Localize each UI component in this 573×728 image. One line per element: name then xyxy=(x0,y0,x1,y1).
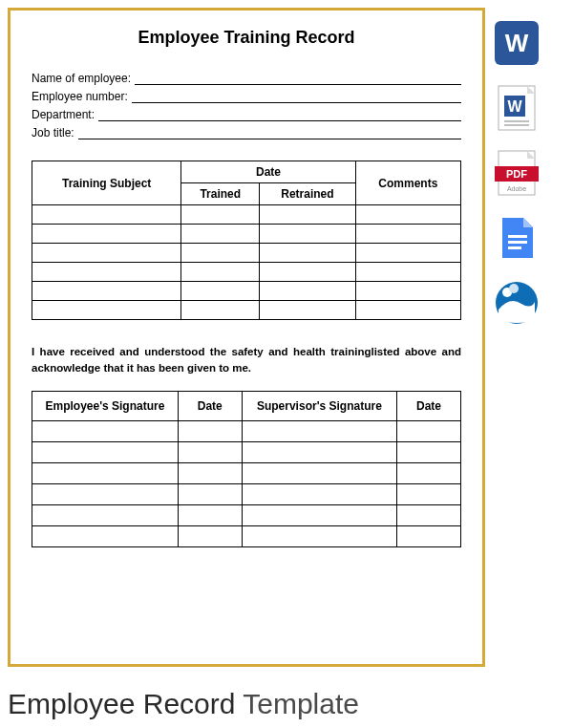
signature-row[interactable] xyxy=(32,483,461,504)
training-cell[interactable] xyxy=(32,263,181,282)
th-date1: Date xyxy=(178,391,242,420)
signature-cell[interactable] xyxy=(242,462,396,483)
field-department: Department: xyxy=(32,108,461,121)
signature-row[interactable] xyxy=(32,441,461,462)
signature-cell[interactable] xyxy=(397,483,461,504)
signature-cell[interactable] xyxy=(397,420,461,441)
training-cell[interactable] xyxy=(181,263,260,282)
training-cell[interactable] xyxy=(181,225,260,244)
svg-text:PDF: PDF xyxy=(506,168,527,180)
th-date2: Date xyxy=(397,391,461,420)
signature-cell[interactable] xyxy=(242,525,396,546)
label-number: Employee number: xyxy=(32,90,132,103)
signature-cell[interactable] xyxy=(178,462,242,483)
training-cell[interactable] xyxy=(181,282,260,301)
signature-cell[interactable] xyxy=(242,504,396,525)
th-date: Date xyxy=(181,161,355,183)
signature-cell[interactable] xyxy=(242,441,396,462)
word-icon[interactable]: W xyxy=(493,19,541,67)
training-cell[interactable] xyxy=(355,282,460,301)
svg-rect-15 xyxy=(508,241,527,244)
training-cell[interactable] xyxy=(32,282,181,301)
th-trained: Trained xyxy=(181,183,260,205)
signature-row[interactable] xyxy=(32,462,461,483)
signature-cell[interactable] xyxy=(397,441,461,462)
training-cell[interactable] xyxy=(355,205,460,225)
training-cell[interactable] xyxy=(355,225,460,244)
signature-cell[interactable] xyxy=(178,525,242,546)
signature-cell[interactable] xyxy=(32,462,179,483)
training-cell[interactable] xyxy=(260,282,355,301)
training-cell[interactable] xyxy=(32,225,181,244)
openoffice-icon[interactable] xyxy=(493,279,541,327)
label-department: Department: xyxy=(32,108,98,121)
signature-cell[interactable] xyxy=(178,441,242,462)
signature-cell[interactable] xyxy=(397,525,461,546)
training-cell[interactable] xyxy=(355,301,460,320)
word-alt-icon[interactable]: W xyxy=(493,84,541,132)
training-cell[interactable] xyxy=(181,205,260,225)
th-emp-sig: Employee's Signature xyxy=(32,391,179,420)
signature-cell[interactable] xyxy=(32,525,179,546)
signature-row[interactable] xyxy=(32,504,461,525)
training-cell[interactable] xyxy=(32,244,181,263)
th-subject: Training Subject xyxy=(32,161,181,205)
th-sup-sig: Supervisor's Signature xyxy=(242,391,396,420)
training-cell[interactable] xyxy=(260,244,355,263)
signature-cell[interactable] xyxy=(32,420,179,441)
svg-text:Adobe: Adobe xyxy=(507,185,526,192)
training-cell[interactable] xyxy=(32,301,181,320)
th-retrained: Retrained xyxy=(260,183,355,205)
google-doc-icon[interactable] xyxy=(493,214,541,262)
svg-marker-13 xyxy=(523,218,533,227)
signature-cell[interactable] xyxy=(178,483,242,504)
training-row[interactable] xyxy=(32,301,461,320)
document-title: Employee Training Record xyxy=(32,28,461,48)
svg-rect-6 xyxy=(504,120,529,122)
training-cell[interactable] xyxy=(260,225,355,244)
svg-rect-16 xyxy=(508,246,521,249)
field-jobtitle: Job title: xyxy=(32,126,461,139)
training-row[interactable] xyxy=(32,205,461,225)
training-cell[interactable] xyxy=(260,263,355,282)
page-caption: Employee Record Template xyxy=(8,688,359,720)
signature-cell[interactable] xyxy=(32,441,179,462)
signature-row[interactable] xyxy=(32,525,461,546)
input-line-department[interactable] xyxy=(98,108,461,121)
signature-cell[interactable] xyxy=(178,420,242,441)
signature-row[interactable] xyxy=(32,420,461,441)
input-line-jobtitle[interactable] xyxy=(78,126,461,139)
signature-cell[interactable] xyxy=(242,483,396,504)
training-record-document: Employee Training Record Name of employe… xyxy=(8,8,485,667)
pdf-icon[interactable]: PDF Adobe xyxy=(493,149,541,197)
signature-cell[interactable] xyxy=(178,504,242,525)
training-row[interactable] xyxy=(32,225,461,244)
signature-cell[interactable] xyxy=(32,483,179,504)
th-comments: Comments xyxy=(355,161,460,205)
svg-rect-14 xyxy=(508,235,527,238)
signature-cell[interactable] xyxy=(32,504,179,525)
training-cell[interactable] xyxy=(181,244,260,263)
input-line-name[interactable] xyxy=(135,72,461,85)
training-row[interactable] xyxy=(32,244,461,263)
signature-cell[interactable] xyxy=(397,462,461,483)
training-row[interactable] xyxy=(32,282,461,301)
training-cell[interactable] xyxy=(32,205,181,225)
caption-bold: Employee Record xyxy=(8,688,235,719)
training-cell[interactable] xyxy=(181,301,260,320)
field-name: Name of employee: xyxy=(32,72,461,85)
field-number: Employee number: xyxy=(32,90,461,103)
label-name: Name of employee: xyxy=(32,72,135,85)
caption-rest: Template xyxy=(235,688,359,719)
file-format-sidebar: W W PDF Adobe xyxy=(493,8,541,327)
training-cell[interactable] xyxy=(355,244,460,263)
input-line-number[interactable] xyxy=(132,90,461,103)
signature-cell[interactable] xyxy=(397,504,461,525)
signature-cell[interactable] xyxy=(242,420,396,441)
signature-table: Employee's Signature Date Supervisor's S… xyxy=(32,391,461,547)
training-cell[interactable] xyxy=(355,263,460,282)
training-cell[interactable] xyxy=(260,205,355,225)
training-row[interactable] xyxy=(32,263,461,282)
acknowledgement-text: I have received and understood the safet… xyxy=(32,344,461,377)
training-cell[interactable] xyxy=(260,301,355,320)
